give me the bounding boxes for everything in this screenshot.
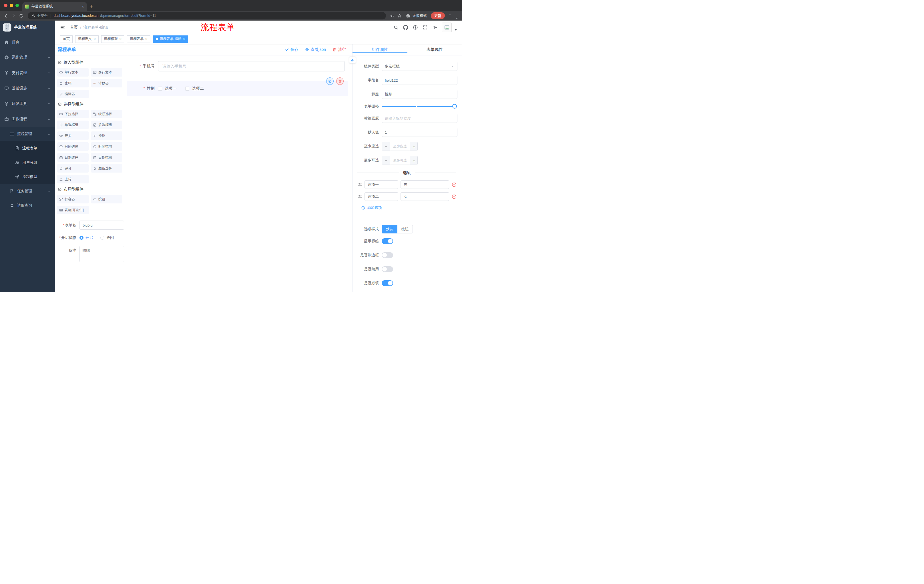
tag-close-icon[interactable]: ×: [183, 37, 186, 41]
tag-home[interactable]: 首页: [60, 35, 73, 43]
max-select-input[interactable]: [390, 156, 410, 165]
sidebar-item-payment-management[interactable]: 支付管理: [0, 65, 55, 81]
chip-editor[interactable]: 编辑器: [57, 90, 89, 98]
option-value-input[interactable]: [401, 180, 449, 189]
anchor-link-button[interactable]: [349, 57, 356, 63]
chip-radio-group[interactable]: 单选框组: [57, 120, 89, 129]
chip-select[interactable]: 下拉选择: [57, 110, 89, 118]
show-label-toggle[interactable]: [382, 238, 393, 244]
chip-checkbox-group[interactable]: 多选框组: [91, 120, 122, 129]
sidebar-item-task-management[interactable]: 任务管理: [0, 184, 55, 198]
avatar-caret-icon[interactable]: [455, 29, 457, 31]
sidebar-item-process-model[interactable]: 流程模型: [0, 170, 55, 184]
fullscreen-icon[interactable]: [422, 25, 428, 30]
address-bar[interactable]: 不安全 dashboard.yudao.iocoder.cn /bpm/mana…: [28, 12, 386, 20]
sidebar-item-system-management[interactable]: 系统管理: [0, 50, 55, 65]
remove-option-icon[interactable]: [451, 182, 457, 188]
forward-icon[interactable]: [11, 13, 16, 18]
help-icon[interactable]: [413, 25, 418, 30]
chip-time-picker[interactable]: 时间选择: [57, 142, 89, 151]
label-width-input[interactable]: [382, 114, 457, 123]
sidebar-item-dev-tools[interactable]: 研发工具: [0, 96, 55, 112]
browser-tab[interactable]: 芋道管理系统 ×: [22, 2, 87, 11]
title-input[interactable]: [382, 90, 457, 99]
checkbox-box[interactable]: [158, 87, 162, 90]
status-radio-on[interactable]: 开启: [79, 235, 93, 240]
new-tab-button[interactable]: +: [87, 2, 96, 11]
with-border-toggle[interactable]: [382, 252, 393, 258]
search-icon[interactable]: [393, 25, 399, 30]
decrease-button[interactable]: −: [382, 142, 390, 151]
chip-password[interactable]: 密码: [57, 79, 89, 87]
remark-textarea[interactable]: 嘿嘿: [79, 246, 124, 262]
reload-icon[interactable]: [19, 13, 24, 18]
tab-close-icon[interactable]: ×: [82, 5, 84, 8]
password-key-icon[interactable]: [390, 14, 394, 18]
sidebar-item-workflow[interactable]: 工作流程: [0, 112, 55, 127]
gender-checkbox-option1[interactable]: 选项一: [158, 86, 177, 91]
component-type-select[interactable]: 多选框组: [382, 62, 457, 71]
phone-input[interactable]: [158, 61, 345, 71]
chip-switch[interactable]: 开关: [57, 132, 89, 140]
github-icon[interactable]: [403, 25, 408, 30]
field-name-input[interactable]: [382, 76, 457, 85]
gender-checkbox-option2[interactable]: 选项二: [185, 86, 204, 91]
chip-table[interactable]: 表格[开发中]: [57, 206, 89, 214]
window-minimize-button[interactable]: [10, 4, 13, 7]
sidebar-item-process-form[interactable]: 流程表单: [0, 141, 55, 155]
remove-option-icon[interactable]: [451, 194, 457, 199]
option-label-input[interactable]: [365, 192, 398, 201]
chip-counter[interactable]: 计数器: [91, 79, 122, 87]
chip-row-container[interactable]: 行容器: [57, 195, 89, 204]
style-button-button[interactable]: 按钮: [398, 225, 413, 234]
form-name-input[interactable]: [79, 220, 124, 230]
tab-component-props[interactable]: 组件属性: [353, 47, 408, 52]
grid-span-slider[interactable]: [382, 106, 455, 107]
option-label-input[interactable]: [365, 180, 398, 189]
chip-textarea[interactable]: 多行文本: [91, 68, 122, 77]
sidebar-item-process-management[interactable]: 流程管理: [0, 127, 55, 141]
tag-close-icon[interactable]: ×: [145, 37, 147, 41]
increase-button[interactable]: +: [410, 156, 418, 165]
chip-upload[interactable]: 上传: [57, 175, 89, 183]
drag-handle-icon[interactable]: [358, 194, 362, 199]
tag-close-icon[interactable]: ×: [94, 37, 96, 41]
chip-slider[interactable]: 滑块: [91, 132, 122, 140]
chip-cascader[interactable]: 级联选择: [91, 110, 122, 118]
sidebar-item-leave-query[interactable]: 请假查询: [0, 198, 55, 212]
slider-handle[interactable]: [452, 104, 457, 109]
sidebar-toggle-icon[interactable]: [60, 25, 66, 30]
view-json-button[interactable]: 查看json: [305, 47, 326, 52]
tab-form-props[interactable]: 表单属性: [408, 47, 462, 52]
tag-process-form-edit[interactable]: 流程表单-编辑 ×: [153, 35, 188, 43]
tag-process-form[interactable]: 流程表单 ×: [127, 35, 150, 43]
status-radio-off[interactable]: 关闭: [101, 235, 114, 240]
user-avatar[interactable]: [442, 23, 452, 32]
style-default-button[interactable]: 默认: [382, 225, 398, 234]
clear-button[interactable]: 清空: [332, 47, 346, 52]
form-canvas[interactable]: * 手机号 * 性别 选项一 选项二: [127, 56, 352, 292]
update-button[interactable]: 更新: [431, 12, 445, 19]
tag-process-model[interactable]: 流程模型 ×: [101, 35, 125, 43]
browser-menu-icon[interactable]: [448, 13, 452, 18]
default-value-input[interactable]: [382, 128, 457, 137]
sidebar-item-infrastructure[interactable]: 基础设施: [0, 81, 55, 96]
required-toggle[interactable]: [382, 280, 393, 286]
drag-handle-icon[interactable]: [358, 182, 362, 187]
canvas-field-phone[interactable]: * 手机号: [133, 61, 345, 71]
bookmark-star-icon[interactable]: [397, 13, 402, 18]
decrease-button[interactable]: −: [382, 156, 390, 165]
increase-button[interactable]: +: [410, 142, 418, 151]
copy-component-button[interactable]: [326, 77, 333, 85]
min-select-input[interactable]: [390, 142, 410, 151]
save-button[interactable]: 保存: [285, 47, 299, 52]
window-close-button[interactable]: [4, 4, 7, 7]
sidebar-item-user-group[interactable]: 用户分组: [0, 155, 55, 170]
canvas-field-gender[interactable]: * 性别 选项一 选项二: [127, 81, 348, 96]
chip-date-picker[interactable]: 日期选择: [57, 153, 89, 162]
tag-close-icon[interactable]: ×: [119, 37, 122, 41]
chip-rate[interactable]: 评分: [57, 164, 89, 173]
chrome-caret-icon[interactable]: [455, 16, 459, 20]
checkbox-box[interactable]: [185, 87, 189, 90]
breadcrumb-home[interactable]: 首页: [70, 25, 78, 30]
